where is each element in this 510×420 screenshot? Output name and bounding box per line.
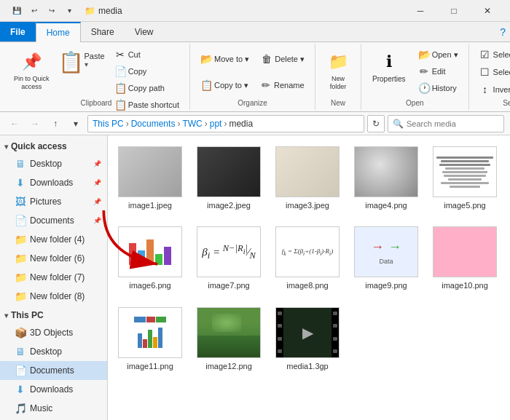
file-name-image5: image5.png — [444, 200, 486, 210]
file-thumb-image7: βi = N−|Ri|⁄N — [197, 226, 261, 277]
search-input[interactable] — [407, 119, 499, 128]
moveto-label: Move to ▾ — [214, 55, 249, 64]
3dobjects-icon: 📦 — [15, 327, 26, 338]
copyto-button[interactable]: 📋 Copy to ▾ — [196, 77, 253, 93]
file-name-image12: image12.png — [205, 361, 252, 371]
edit-button[interactable]: ✏ Edit — [414, 63, 463, 79]
moveto-button[interactable]: 📂 Move to ▾ — [196, 51, 254, 67]
path-twc[interactable]: TWC — [182, 119, 202, 129]
sidebar-item-newfolder8[interactable]: 📁 New folder (8) — [0, 287, 107, 306]
music-icon: 🎵 — [15, 403, 26, 414]
file-thumb-image10 — [433, 226, 497, 277]
pc-desktop-label: Desktop — [30, 346, 62, 357]
quick-access-header[interactable]: ▾ Quick access — [0, 138, 107, 154]
address-path[interactable]: This PC › Documents › TWC › ppt › media — [87, 115, 364, 132]
rename-label: Rename — [274, 81, 305, 90]
window-title: media — [98, 6, 122, 16]
quick-undo-btn[interactable]: ↩ — [26, 3, 42, 19]
pasteshortcut-label: Paste shortcut — [128, 100, 179, 109]
file-thumb-image8: fk = Σ(βi+(1-βi)·Ri) — [275, 226, 340, 277]
sidebar-item-newfolder6[interactable]: 📁 New folder (6) — [0, 249, 107, 268]
file-name-image11: image11.png — [127, 361, 173, 371]
sidebar-item-pc-documents[interactable]: 📄 Documents — [0, 361, 107, 380]
search-box[interactable]: 🔍 — [388, 115, 504, 132]
properties-button[interactable]: ℹ Properties — [367, 47, 411, 87]
path-documents[interactable]: Documents — [131, 119, 176, 129]
file-thumb-image1 — [118, 146, 182, 197]
open-icon: 📂 — [418, 49, 430, 60]
paste-button[interactable]: 📋 Paste ▾ — [56, 47, 109, 77]
sidebar-item-desktop[interactable]: 🖥 Desktop 📌 — [0, 154, 107, 173]
path-ppt[interactable]: ppt — [210, 119, 222, 129]
file-item-image7[interactable]: βi = N−|Ri|⁄N image7.png — [192, 221, 265, 296]
rename-button[interactable]: ✏ Rename — [256, 77, 309, 93]
new-folder-button[interactable]: 📁 Newfolder — [321, 47, 355, 95]
sidebar-item-pictures[interactable]: 🖼 Pictures 📌 — [0, 192, 107, 211]
history-button[interactable]: 🕐 History — [414, 80, 463, 96]
address-bar: ← → ↑ ▾ This PC › Documents › TWC › ppt … — [0, 112, 510, 135]
file-item-image3[interactable]: image3.jpeg — [271, 141, 344, 215]
select-all-button[interactable]: ☑ Select all — [475, 47, 510, 63]
file-item-image2[interactable]: image2.jpeg — [192, 141, 265, 215]
pin-to-quick-button[interactable]: 📌 Pin to Quickaccess — [9, 47, 55, 95]
sidebar-item-downloads[interactable]: ⬇ Downloads 📌 — [0, 173, 107, 192]
file-item-image10[interactable]: image10.png — [428, 221, 501, 296]
tab-view[interactable]: View — [125, 22, 164, 41]
file-item-media1[interactable]: ▶ media1.3gp — [271, 302, 344, 376]
copy-button[interactable]: 📄 Copy — [110, 63, 184, 79]
file-item-image5[interactable]: image5.png — [428, 141, 501, 215]
back-button[interactable]: ← — [6, 115, 23, 132]
tab-share[interactable]: Share — [81, 22, 125, 41]
path-this-pc[interactable]: This PC — [93, 119, 124, 129]
open-button[interactable]: 📂 Open ▾ — [414, 47, 463, 63]
quick-dropdown-btn[interactable]: ▾ — [61, 3, 77, 19]
quick-access-label: Quick access — [11, 141, 67, 151]
file-area[interactable]: image1.jpeg image2.jpeg image3.jpeg imag… — [108, 135, 510, 420]
sidebar-item-newfolder4[interactable]: 📁 New folder (4) — [0, 230, 107, 249]
open-label: Open ▾ — [432, 50, 458, 60]
minimize-button[interactable]: ─ — [404, 0, 437, 22]
file-item-image1[interactable]: image1.jpeg — [114, 141, 187, 215]
maximize-button[interactable]: □ — [437, 0, 471, 22]
open-group: ℹ Properties 📂 Open ▾ ✏ Edit 🕐 History — [361, 44, 469, 110]
copy-label: Copy — [128, 67, 147, 76]
paste-icon: 📋 — [60, 49, 83, 75]
paste-shortcut-button[interactable]: 📋 Paste shortcut — [110, 97, 184, 113]
file-name-image3: image3.jpeg — [286, 200, 329, 210]
tab-home[interactable]: Home — [36, 22, 81, 42]
file-item-image11[interactable]: image11.png — [114, 302, 187, 376]
select-none-button[interactable]: ☐ Select none — [475, 64, 510, 80]
sidebar-item-3dobjects[interactable]: 📦 3D Objects — [0, 323, 107, 342]
pc-desktop-icon: 🖥 — [15, 346, 26, 357]
file-name-image4: image4.png — [365, 200, 407, 210]
sidebar-item-pc-desktop[interactable]: 🖥 Desktop — [0, 342, 107, 361]
sidebar-item-pc-downloads[interactable]: ⬇ Downloads — [0, 380, 107, 399]
sidebar-item-music[interactable]: 🎵 Music — [0, 399, 107, 418]
recent-button[interactable]: ▾ — [67, 115, 85, 132]
cut-button[interactable]: ✂ Cut — [110, 47, 184, 63]
refresh-button[interactable]: ↻ — [367, 115, 385, 132]
this-pc-header[interactable]: ▾ This PC — [0, 307, 107, 323]
file-thumb-image12 — [197, 307, 261, 358]
file-item-image9[interactable]: → → Data image9.png — [350, 221, 423, 296]
sidebar-item-documents[interactable]: 📄 Documents 📌 — [0, 211, 107, 230]
copy-path-button[interactable]: 📋 Copy path — [110, 80, 184, 96]
quick-save-btn[interactable]: 💾 — [9, 3, 25, 19]
invert-label: Invert selection — [493, 85, 510, 94]
quick-redo-btn[interactable]: ↪ — [44, 3, 60, 19]
delete-button[interactable]: 🗑 Delete ▾ — [256, 51, 309, 67]
close-button[interactable]: ✕ — [471, 0, 504, 22]
ribbon-tabs: File Home Share View ? — [0, 22, 510, 42]
forward-button[interactable]: → — [26, 115, 44, 132]
newfolder6-label: New folder (6) — [30, 253, 85, 264]
file-item-image6[interactable]: image6.png — [114, 221, 187, 296]
file-item-image4[interactable]: image4.png — [350, 141, 423, 215]
sidebar-item-newfolder7[interactable]: 📁 New folder (7) — [0, 268, 107, 287]
up-button[interactable]: ↑ — [47, 115, 64, 132]
invert-selection-button[interactable]: ↕ Invert selection — [475, 82, 510, 98]
file-item-image8[interactable]: fk = Σ(βi+(1-βi)·Ri) image8.png — [271, 221, 344, 296]
properties-icon: ℹ — [377, 50, 401, 74]
downloads-icon: ⬇ — [15, 177, 26, 189]
file-item-image12[interactable]: image12.png — [192, 302, 265, 376]
tab-file[interactable]: File — [0, 22, 36, 41]
